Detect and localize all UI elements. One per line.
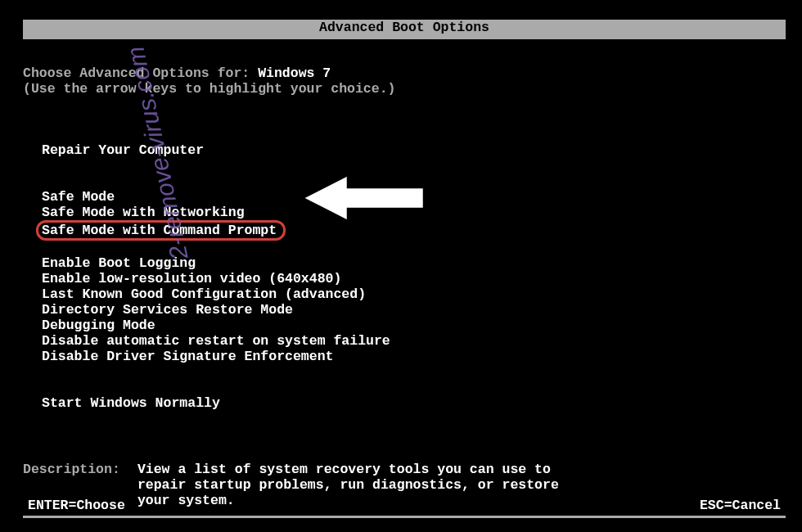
footer-enter: ENTER=Choose: [28, 498, 125, 513]
pointer-arrow-icon: [303, 171, 426, 225]
menu-item-lastknown[interactable]: Last Known Good Configuration (advanced): [42, 286, 366, 302]
os-name: Windows 7: [258, 65, 331, 81]
instructions: (Use the arrow keys to highlight your ch…: [23, 81, 786, 97]
menu-item-repair[interactable]: Repair Your Computer: [42, 142, 204, 158]
menu-item-dsrm[interactable]: Directory Services Restore Mode: [42, 302, 293, 318]
choose-line: Choose Advanced Options for: Windows 7: [23, 65, 786, 81]
menu-item-safemode-cmd[interactable]: Safe Mode with Command Prompt: [42, 223, 277, 238]
page-title: Advanced Boot Options: [319, 20, 489, 35]
description-block: Description: View a list of system recov…: [23, 462, 786, 508]
menu-item-debug[interactable]: Debugging Mode: [42, 318, 155, 333]
menu-item-nosigenforce[interactable]: Disable Driver Signature Enforcement: [42, 349, 333, 364]
menu-item-lowres[interactable]: Enable low-resolution video (640x480): [42, 271, 341, 286]
svg-marker-0: [303, 175, 424, 221]
title-bar: Advanced Boot Options: [23, 20, 786, 39]
menu-item-startnormal[interactable]: Start Windows Normally: [42, 395, 220, 411]
footer-divider: [23, 516, 786, 518]
menu-item-noautorestart[interactable]: Disable automatic restart on system fail…: [42, 333, 390, 349]
description-label: Description:: [23, 462, 129, 477]
description-text: View a list of system recovery tools you…: [137, 462, 596, 508]
menu-item-safemode-cmd-highlight: Safe Mode with Command Prompt: [36, 220, 286, 241]
main-content: Choose Advanced Options for: Windows 7 (…: [23, 65, 786, 508]
choose-prefix: Choose Advanced Options for:: [23, 65, 258, 81]
menu-item-safemode[interactable]: Safe Mode: [42, 189, 115, 205]
footer-esc: ESC=Cancel: [700, 498, 781, 513]
menu-item-safemode-net[interactable]: Safe Mode with Networking: [42, 205, 245, 220]
menu-item-bootlog[interactable]: Enable Boot Logging: [42, 255, 196, 271]
